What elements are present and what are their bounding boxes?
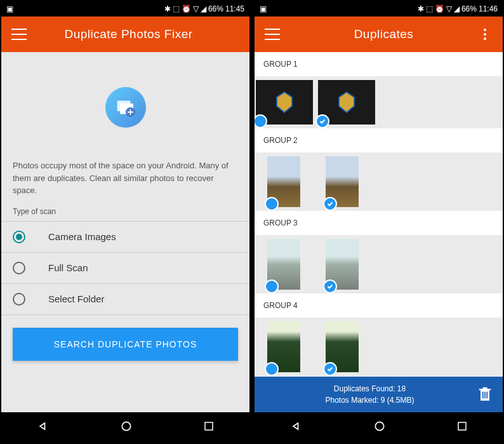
radio-camera-images[interactable]: Camera Images <box>1 221 249 253</box>
home-icon[interactable] <box>373 420 386 435</box>
photo-item[interactable] <box>326 156 359 207</box>
radio-icon <box>13 231 25 243</box>
svg-rect-5 <box>482 392 484 399</box>
group-photos <box>255 156 503 211</box>
main-content: Photos occupy most of the space on your … <box>1 52 249 412</box>
app-logo-icon <box>105 87 146 128</box>
badge-icon <box>273 90 296 115</box>
recents-icon[interactable] <box>203 420 215 434</box>
summary-bar: Duplicates Found: 18 Photos Marked: 9 (4… <box>255 377 503 412</box>
screen-scan-options: ▣ ✱ ⬚ ⏰ ▽ ◢ 66% 11:45 Duplicate Photos F… <box>1 1 249 443</box>
radio-label: Select Folder <box>48 293 104 304</box>
selection-check-icon[interactable] <box>265 279 279 293</box>
photo-item[interactable] <box>256 80 313 124</box>
svg-point-8 <box>375 422 383 430</box>
alarm-icon: ⏰ <box>182 4 191 13</box>
page-title: Duplicates <box>290 27 477 41</box>
radio-select-folder[interactable]: Select Folder <box>1 284 249 315</box>
scan-type-label: Type of scan <box>1 197 249 221</box>
android-navbar <box>255 412 503 443</box>
wifi-icon: ▽ <box>193 4 199 13</box>
results-content: GROUP 1 GROUP 2 <box>255 52 503 412</box>
svg-rect-4 <box>205 422 213 430</box>
photo-item[interactable] <box>267 239 300 290</box>
photo-item[interactable] <box>326 239 359 290</box>
battery-text: 66% <box>461 4 477 13</box>
back-icon[interactable] <box>290 420 303 435</box>
photos-marked-text: Photos Marked: 9 (4.5MB) <box>263 394 476 406</box>
svg-rect-7 <box>486 392 487 399</box>
clock-text: 11:46 <box>479 4 498 13</box>
results-list[interactable]: GROUP 1 GROUP 2 <box>255 52 503 377</box>
android-navbar <box>1 412 249 443</box>
svg-rect-6 <box>484 392 486 399</box>
svg-rect-9 <box>458 422 466 430</box>
trash-icon <box>476 384 494 402</box>
selection-check-icon[interactable] <box>315 114 329 128</box>
scan-type-list: Camera Images Full Scan Select Folder <box>1 221 249 315</box>
app-header: Duplicate Photos Fixer <box>1 17 249 52</box>
wifi-icon: ▽ <box>446 4 452 13</box>
back-icon[interactable] <box>37 420 50 435</box>
group-header: GROUP 4 <box>255 293 503 318</box>
group-header: GROUP 1 <box>255 52 503 76</box>
group-photos <box>255 80 503 128</box>
vibrate-icon: ⬚ <box>426 4 433 13</box>
radio-label: Camera Images <box>48 231 116 242</box>
selection-check-icon[interactable] <box>323 279 337 293</box>
group-header: GROUP 2 <box>255 128 503 152</box>
recents-icon[interactable] <box>456 420 468 434</box>
delete-button[interactable] <box>476 384 494 405</box>
radio-icon <box>13 293 25 306</box>
selection-check-icon[interactable] <box>255 114 267 128</box>
hamburger-menu-icon[interactable] <box>265 29 280 40</box>
svg-point-3 <box>122 422 130 430</box>
screen-duplicates-results: ▣ ✱ ⬚ ⏰ ▽ ◢ 66% 11:46 Duplicates GROUP 1 <box>255 1 503 443</box>
alarm-icon: ⏰ <box>435 4 444 13</box>
signal-icon: ◢ <box>201 4 206 13</box>
selection-check-icon[interactable] <box>323 362 337 376</box>
badge-icon <box>335 90 358 115</box>
app-header: Duplicates <box>255 17 503 52</box>
bluetooth-icon: ✱ <box>418 4 424 13</box>
overflow-menu-icon[interactable] <box>477 29 493 40</box>
vibrate-icon: ⬚ <box>173 4 180 13</box>
photo-item[interactable] <box>318 80 375 124</box>
battery-text: 66% <box>208 4 223 13</box>
description-text: Photos occupy most of the space on your … <box>1 159 249 197</box>
signal-icon: ◢ <box>454 4 460 13</box>
summary-text: Duplicates Found: 18 Photos Marked: 9 (4… <box>263 383 476 406</box>
selection-check-icon[interactable] <box>323 197 337 211</box>
group-photos <box>255 239 503 293</box>
photo-item[interactable] <box>267 156 300 207</box>
status-bar: ▣ ✱ ⬚ ⏰ ▽ ◢ 66% 11:46 <box>255 1 503 17</box>
duplicates-found-text: Duplicates Found: 18 <box>263 383 476 394</box>
picture-icon: ▣ <box>260 4 267 13</box>
hero-section <box>1 52 249 159</box>
home-icon[interactable] <box>120 420 133 435</box>
radio-full-scan[interactable]: Full Scan <box>1 253 249 284</box>
hamburger-menu-icon[interactable] <box>11 29 27 40</box>
group-photos <box>255 321 503 376</box>
photo-item[interactable] <box>326 321 359 372</box>
page-title: Duplicate Photos Fixer <box>37 27 239 41</box>
clock-text: 11:45 <box>225 4 244 13</box>
picture-icon: ▣ <box>6 4 13 13</box>
bluetooth-icon: ✱ <box>164 4 171 13</box>
photo-item[interactable] <box>267 321 300 372</box>
status-bar: ▣ ✱ ⬚ ⏰ ▽ ◢ 66% 11:45 <box>1 1 249 17</box>
radio-icon <box>13 262 25 274</box>
search-duplicates-button[interactable]: SEARCH DUPLICATE PHOTOS <box>13 328 238 361</box>
group-header: GROUP 3 <box>255 211 503 235</box>
radio-label: Full Scan <box>48 262 88 273</box>
selection-check-icon[interactable] <box>265 362 279 376</box>
selection-check-icon[interactable] <box>265 197 279 211</box>
